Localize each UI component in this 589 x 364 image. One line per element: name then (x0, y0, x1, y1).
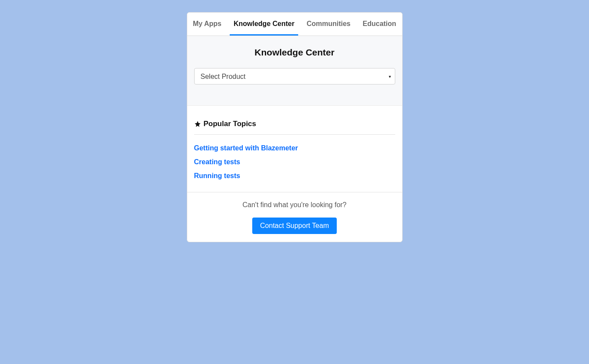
topic-link[interactable]: Running tests (194, 172, 395, 180)
knowledge-center-card: My Apps Knowledge Center Communities Edu… (187, 12, 403, 242)
popular-topics-section: Popular Topics Getting started with Blaz… (187, 106, 402, 192)
tab-knowledge-center[interactable]: Knowledge Center (230, 13, 298, 36)
product-select-wrap: Select Product ▾ (194, 68, 395, 84)
product-select[interactable]: Select Product (194, 68, 395, 84)
topic-link[interactable]: Creating tests (194, 158, 395, 166)
star-icon (194, 120, 201, 127)
tab-communities[interactable]: Communities (303, 13, 354, 36)
page-title: Knowledge Center (194, 47, 395, 58)
footer-section: Can't find what you're looking for? Cont… (187, 192, 402, 242)
topic-link[interactable]: Getting started with Blazemeter (194, 144, 395, 152)
tab-bar: My Apps Knowledge Center Communities Edu… (187, 13, 402, 36)
tab-education[interactable]: Education (359, 13, 400, 36)
tab-my-apps[interactable]: My Apps (189, 13, 225, 36)
contact-support-button[interactable]: Contact Support Team (252, 218, 337, 234)
header-section: Knowledge Center Select Product ▾ (187, 36, 402, 106)
popular-topics-header: Popular Topics (194, 120, 395, 135)
popular-topics-title: Popular Topics (204, 120, 257, 128)
footer-prompt: Can't find what you're looking for? (194, 201, 395, 209)
